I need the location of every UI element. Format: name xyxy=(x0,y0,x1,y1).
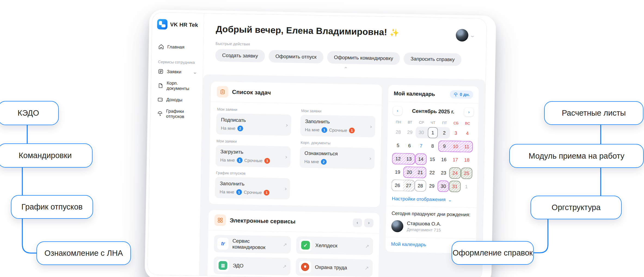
callout-payslips: Расчетные листы xyxy=(544,101,643,125)
calendar-day[interactable]: 1 xyxy=(461,181,472,192)
service-item[interactable]: ≣ ЭДО ↗ xyxy=(213,257,290,275)
calendar-day[interactable]: 20 xyxy=(403,167,415,178)
user-menu[interactable]: ⌄ xyxy=(456,29,474,42)
display-settings-link[interactable]: Настройки отображения ⌄ xyxy=(386,192,477,208)
quick-action-chip[interactable]: Оформить командировку xyxy=(327,51,400,65)
calendar-day[interactable]: 19 xyxy=(392,166,403,178)
calendar-day[interactable]: 15 xyxy=(427,153,438,165)
calendar-day[interactable]: 29 xyxy=(426,180,438,192)
person-name: Старшова О.А. xyxy=(407,221,441,227)
service-item[interactable]: tr Сервис командировок ↗ xyxy=(214,235,291,254)
card-title: Мой календарь xyxy=(394,90,435,97)
display-settings-label: Настройки отображения xyxy=(392,196,446,202)
weekday-label: ЧТ xyxy=(427,121,439,125)
calendar-day[interactable]: 14 xyxy=(415,153,427,165)
chevron-right-icon: › xyxy=(286,122,288,128)
calendar-day[interactable]: 7 xyxy=(415,140,427,152)
calendar-day[interactable]: 29 xyxy=(404,127,416,138)
service-icon-tile: ✓ xyxy=(299,239,312,251)
task-group: Мои заявки Загрузить На мне 1 Срочные 1 … xyxy=(216,136,291,168)
callout-label: Расчетные листы xyxy=(562,109,626,118)
calendar-day[interactable]: 9 xyxy=(438,140,450,152)
task-action: Заполнить xyxy=(305,118,366,125)
external-link-icon: ↗ xyxy=(283,242,287,248)
vacation-days-badge[interactable]: 0 дн. xyxy=(450,90,473,99)
task-item[interactable]: Загрузить На мне 1 Срочные 1 › xyxy=(216,145,291,168)
calendar-day[interactable]: 25 xyxy=(461,167,473,179)
calendar-day[interactable]: 18 xyxy=(461,154,473,166)
calendar-day[interactable]: 8 xyxy=(427,140,438,152)
task-group-label: Мои заявки xyxy=(217,107,291,113)
birthdays-section: Сегодня празднуют дни рождения: Старшова… xyxy=(386,206,477,239)
services-next-button[interactable]: › xyxy=(364,218,374,227)
calendar-day[interactable]: 3 xyxy=(450,127,462,139)
service-label: Охрана труда xyxy=(315,264,347,271)
calendar-day[interactable]: 23 xyxy=(438,167,449,179)
next-month-button[interactable]: › xyxy=(464,108,474,117)
task-badges: На мне 1 Срочные 1 xyxy=(220,157,281,164)
home-icon xyxy=(158,44,164,50)
calendar-day[interactable]: 27 xyxy=(403,180,415,192)
sidebar-item-requests[interactable]: Заявки ⌄ xyxy=(156,66,199,78)
calendar-day[interactable]: 24 xyxy=(449,167,461,179)
service-item[interactable]: ✓ Хелпдеск ↗ xyxy=(296,236,373,255)
sidebar-item-vacation-schedules[interactable]: Графики отпусков xyxy=(155,105,198,122)
sidebar-item-income[interactable]: Доходы xyxy=(156,94,198,106)
calendar-day[interactable]: 31 xyxy=(449,181,461,192)
service-icon xyxy=(301,263,309,271)
user-avatar[interactable] xyxy=(456,29,468,42)
badge-label: На мне xyxy=(304,159,319,164)
calendar-day[interactable]: 5 xyxy=(392,140,404,151)
calendar-day[interactable]: 28 xyxy=(415,180,426,192)
callout-business-trips: Командировки xyxy=(0,143,93,168)
calendar-day[interactable]: 13 xyxy=(403,153,415,165)
quick-action-chip[interactable]: Оформить отпуск xyxy=(268,50,323,63)
count-badge: 1 xyxy=(321,127,327,133)
callout-label: КЭДО xyxy=(18,109,39,118)
count-badge: 1 xyxy=(264,190,269,195)
calendar-day[interactable]: 30 xyxy=(437,180,449,192)
app-window: VK HR Tek Главная Сервисы сотрудника Зая… xyxy=(147,12,487,277)
calendar-day[interactable]: 2 xyxy=(438,127,450,139)
calendar-day[interactable]: 6 xyxy=(404,140,415,152)
app-header: Добрый вечер, Елена Владимировна! ✨ ⌄ Бы… xyxy=(203,13,487,77)
calendar-day[interactable]: 16 xyxy=(438,154,450,165)
service-icon-tile: tr xyxy=(217,238,229,250)
calendar-day[interactable]: 12 xyxy=(392,153,404,165)
badge-label: Срочные xyxy=(329,128,347,133)
calendar-day[interactable]: 10 xyxy=(450,141,461,152)
chevron-down-icon[interactable]: ⌄ xyxy=(193,70,198,75)
weekday-label: СБ xyxy=(450,121,462,125)
calendar-day[interactable]: 4 xyxy=(461,128,473,139)
task-group: График отпусков Заполнить На мне 1 Срочн… xyxy=(215,168,290,199)
calendar-day[interactable]: 21 xyxy=(415,167,427,178)
count-badge: 2 xyxy=(321,159,326,165)
quick-action-chip[interactable]: Создать заявку xyxy=(215,49,265,62)
callout-kedo: КЭДО xyxy=(0,101,59,125)
quick-action-chip[interactable]: Запросить справку xyxy=(404,53,462,66)
sidebar-item-home[interactable]: Главная xyxy=(157,41,199,53)
task-item[interactable]: Заполнить На мне 1 Срочные 1 › xyxy=(300,115,375,137)
calendar-day[interactable]: 26 xyxy=(391,180,403,191)
task-item[interactable]: Заполнить На мне 1 Срочные 1 › xyxy=(215,177,290,199)
calendar-day[interactable]: 28 xyxy=(392,126,404,138)
calendar-day[interactable]: 1 xyxy=(427,127,439,138)
callout-label: Командировки xyxy=(19,151,72,160)
services-prev-button[interactable]: ‹ xyxy=(353,218,362,227)
sidebar-item-label: Главная xyxy=(167,44,185,50)
calendar-day[interactable]: 30 xyxy=(415,127,427,138)
task-item[interactable]: Подписать На мне 2 › xyxy=(216,113,291,136)
task-group: Мои заявки Заполнить На мне 1 Срочные 1 … xyxy=(300,106,376,137)
task-item[interactable]: Ознакомиться На мне 2 › xyxy=(300,147,375,169)
external-link-icon: ↗ xyxy=(283,264,287,270)
calendar-day[interactable]: 17 xyxy=(449,154,461,166)
calendar-day[interactable]: 11 xyxy=(461,141,473,152)
calendar-day[interactable]: 22 xyxy=(426,167,438,178)
birthday-person[interactable]: Старшова О.А. Департамент 715 xyxy=(391,220,471,233)
task-list-icon-tile xyxy=(217,86,228,98)
prev-month-button[interactable]: ‹ xyxy=(393,106,402,115)
card-title: Список задач xyxy=(232,89,271,96)
sparkles-icon: ✨ xyxy=(390,29,399,37)
sidebar-item-corp-docs[interactable]: Корп. документы xyxy=(156,77,198,94)
service-item[interactable]: Охрана труда ↗ xyxy=(296,258,373,277)
